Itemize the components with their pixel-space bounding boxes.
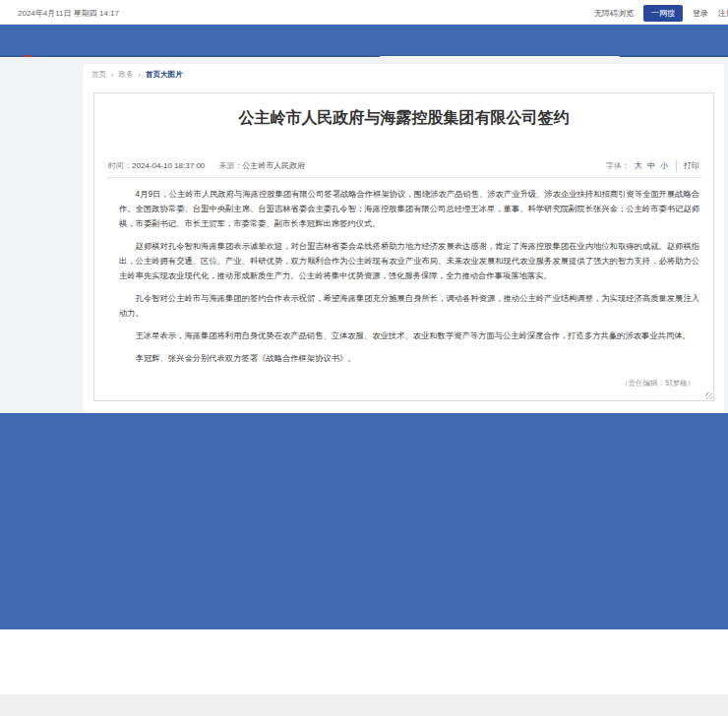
breadcrumb-current: 首页大图片	[146, 70, 183, 80]
editor-credit: （责任编辑：邹梦楠）	[93, 379, 695, 388]
font-large-button[interactable]: 大	[635, 160, 642, 171]
divider	[106, 177, 701, 178]
footer: 公主岭市人民政府 THE PEOPLE'S GOVERNMENT OF GONG…	[0, 413, 728, 629]
font-size-label: 字体：	[606, 160, 630, 171]
article-paragraph: 赵师祺对孔令智和海露集团表示诚挚欢迎，对台盟吉林省委会牵线搭桥助力地方经济发展表…	[119, 239, 699, 283]
top-utility-bar: 2024年4月11日 星期四 14:17 无障碍浏览 一网搜 登录 注册 中国政…	[0, 0, 728, 25]
article-title: 公主岭市人民政府与海露控股集团有限公司签约	[93, 108, 714, 129]
article-paragraph: 李冠辉、张兴金分别代表双方签署《战略合作框架协议书》。	[119, 351, 699, 366]
bottom-gray-strip	[0, 694, 728, 716]
source-label: 来源：	[218, 160, 242, 171]
print-button[interactable]: 打印	[676, 160, 699, 171]
breadcrumb: 首页 › 政务 › 首页大图片	[91, 70, 183, 80]
accessibility-link[interactable]: 无障碍浏览	[594, 8, 634, 19]
site-header: ★ 公主岭市人民政府 党政信息 政务 政务服务 互动 走进公主岭 搜本站	[0, 25, 728, 57]
footer-bottom: ★ 政府网站 找错 主办单位：公主岭市人民政府 办公地址：吉林省公主岭市西公主大…	[0, 629, 728, 694]
datetime-text: 2024年4月11日 星期四 14:17	[18, 8, 119, 19]
topbar-links: 无障碍浏览 一网搜 登录 注册 中国政府网	[594, 5, 728, 22]
breadcrumb-separator: ›	[139, 71, 142, 80]
one-net-search-button[interactable]: 一网搜	[643, 5, 683, 22]
meta-tools: 字体： 大 中 小 打印	[606, 160, 699, 171]
source-value: 公主岭市人民政府	[242, 160, 305, 171]
font-small-button[interactable]: 小	[660, 160, 668, 171]
article-meta: 时间： 2024-04-10 18:37:00 来源： 公主岭市人民政府 字体：…	[108, 160, 699, 171]
article-paragraph: 4月9日，公主岭市人民政府与海露控股集团有限公司签署战略合作框架协议，围绕涉农产…	[119, 187, 699, 231]
font-medium-button[interactable]: 中	[647, 160, 655, 171]
article-paragraph: 孔令智对公主岭市与海露集团的签约合作表示祝贺，希望海露集团充分施展自身所长，调动…	[119, 291, 699, 321]
breadcrumb-separator: ›	[111, 71, 114, 80]
login-link[interactable]: 登录	[693, 8, 708, 19]
article-paragraph: 王冰星表示，海露集团将利用自身优势在农产品销售、立体农服、农业技术、农业和数字资…	[119, 328, 699, 343]
resize-handle[interactable]	[705, 392, 712, 399]
time-value: 2024-04-10 18:37:00	[132, 161, 205, 170]
breadcrumb-government[interactable]: 政务	[119, 70, 134, 80]
breadcrumb-home[interactable]: 首页	[91, 70, 106, 80]
register-link[interactable]: 注册	[718, 8, 728, 19]
time-label: 时间：	[108, 160, 132, 171]
article-body: 4月9日，公主岭市人民政府与海露控股集团有限公司签署战略合作框架协议，围绕涉农产…	[119, 187, 699, 374]
